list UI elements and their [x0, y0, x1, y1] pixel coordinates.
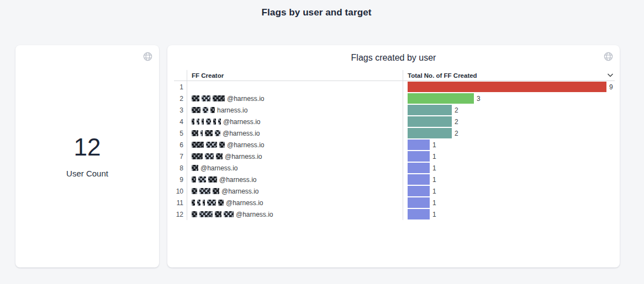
- bar[interactable]: [408, 174, 430, 185]
- creator-email-suffix: @harness.io: [225, 153, 262, 160]
- column-header-ff-creator[interactable]: FF Creator: [187, 70, 403, 81]
- chevron-down-icon[interactable]: [607, 73, 614, 77]
- table-row[interactable]: 5 @harness.io 2: [174, 127, 615, 139]
- table-row[interactable]: 8 @harness.io 1: [174, 162, 615, 174]
- row-number: 1: [174, 83, 187, 91]
- bar-cell: 1: [403, 174, 615, 185]
- row-number: 6: [174, 141, 187, 149]
- redacted-email-segment: [207, 200, 216, 206]
- creator-cell: @harness.io: [187, 208, 403, 220]
- row-number: 4: [174, 118, 187, 126]
- redacted-email-segment: [192, 211, 197, 217]
- redacted-email-segment: [203, 107, 208, 113]
- table-row[interactable]: 11 @harness.io 1: [174, 197, 615, 208]
- bar[interactable]: [408, 128, 452, 138]
- creator-email-suffix: harness.io: [217, 106, 247, 114]
- row-number: 9: [174, 176, 187, 184]
- table-row[interactable]: 9 @harness.io 1: [174, 174, 615, 185]
- table-row[interactable]: 6 @harness.io 1: [174, 139, 615, 151]
- bar[interactable]: [408, 105, 452, 115]
- bar-value: 1: [432, 141, 436, 149]
- redacted-email-segment: [192, 153, 203, 159]
- bar[interactable]: [408, 140, 430, 150]
- flags-table: FF Creator Total No. of FF Created 1 9 2…: [174, 70, 615, 220]
- bar-value: 1: [432, 153, 436, 160]
- row-number: 12: [174, 211, 187, 218]
- bar-cell: 3: [403, 93, 615, 104]
- redacted-email-segment: [192, 165, 198, 171]
- bar[interactable]: [408, 163, 430, 173]
- creator-email-suffix: @harness.io: [200, 164, 238, 172]
- table-row[interactable]: 3 harness.io 2: [174, 104, 615, 116]
- redacted-email-segment: [192, 130, 198, 136]
- redacted-email-segment: [218, 119, 221, 125]
- bar-cell: 1: [403, 208, 615, 220]
- creator-email-suffix: @harness.io: [236, 211, 273, 218]
- bar-value: 1: [432, 187, 436, 195]
- creator-cell: @harness.io: [187, 93, 403, 104]
- column-header-total-label: Total No. of FF Created: [408, 72, 477, 79]
- bar[interactable]: [408, 197, 430, 208]
- user-count-label: User Count: [66, 169, 108, 178]
- bar[interactable]: [408, 116, 452, 127]
- bar[interactable]: [408, 186, 430, 196]
- redacted-email-segment: [200, 130, 203, 136]
- row-number: 5: [174, 130, 187, 137]
- creator-cell: @harness.io: [187, 174, 403, 185]
- column-header-total-created[interactable]: Total No. of FF Created: [403, 70, 615, 81]
- bar-cell: 2: [403, 116, 615, 127]
- redacted-email-segment: [192, 95, 199, 101]
- page-title: Flags by user and target: [0, 7, 633, 18]
- table-row[interactable]: 12 @harness.io 1: [174, 208, 615, 220]
- redacted-email-segment: [205, 130, 213, 136]
- table-row[interactable]: 2 @harness.io 3: [174, 93, 615, 104]
- table-header-row: FF Creator Total No. of FF Created: [174, 70, 615, 81]
- user-count-card: 12 User Count: [15, 45, 159, 267]
- row-number: 10: [174, 187, 187, 195]
- bar[interactable]: [408, 93, 474, 104]
- redacted-email-segment: [210, 107, 215, 113]
- redacted-email-segment: [192, 142, 204, 148]
- row-number: 2: [174, 95, 187, 103]
- creator-cell: harness.io: [187, 104, 403, 116]
- redacted-email-segment: [192, 188, 197, 194]
- redacted-email-segment: [197, 119, 199, 125]
- creator-cell: @harness.io: [187, 197, 403, 208]
- bar-cell: 2: [403, 127, 615, 139]
- flags-created-card: Flags created by user FF Creator Total N…: [167, 45, 620, 267]
- bar-value: 9: [609, 83, 613, 91]
- table-body: 1 9 2 @harness.io 3 3 harness.io 2 4 @ha…: [174, 81, 615, 220]
- table-row[interactable]: 1 9: [174, 81, 615, 93]
- redacted-email-segment: [202, 119, 204, 125]
- redacted-email-segment: [218, 200, 224, 206]
- redacted-email-segment: [203, 200, 205, 206]
- creator-email-suffix: @harness.io: [227, 95, 265, 103]
- redacted-email-segment: [205, 153, 214, 159]
- redacted-email-segment: [208, 176, 217, 183]
- bar[interactable]: [408, 151, 430, 162]
- row-number: 11: [174, 199, 187, 207]
- creator-email-suffix: @harness.io: [223, 118, 261, 126]
- redacted-email-segment: [192, 200, 195, 206]
- redacted-email-segment: [198, 176, 206, 183]
- redacted-email-segment: [192, 119, 194, 125]
- table-row[interactable]: 7 @harness.io 1: [174, 151, 615, 162]
- creator-cell: @harness.io: [187, 151, 403, 162]
- redacted-email-segment: [219, 142, 225, 148]
- bar-cell: 9: [403, 81, 615, 93]
- redacted-email-segment: [224, 211, 234, 217]
- redacted-email-segment: [197, 200, 200, 206]
- bar-value: 1: [432, 164, 436, 172]
- bar[interactable]: [408, 82, 606, 92]
- row-number: 7: [174, 153, 187, 160]
- bar[interactable]: [408, 209, 430, 219]
- bar-cell: 1: [403, 197, 615, 208]
- bar-cell: 1: [403, 139, 615, 151]
- redacted-email-segment: [192, 107, 200, 113]
- creator-cell: @harness.io: [187, 162, 403, 174]
- table-row[interactable]: 4 @harness.io 2: [174, 116, 615, 127]
- bar-value: 3: [477, 95, 481, 103]
- creator-cell: @harness.io: [187, 185, 403, 197]
- redacted-email-segment: [192, 176, 196, 183]
- table-row[interactable]: 10 @harness.io 1: [174, 185, 615, 197]
